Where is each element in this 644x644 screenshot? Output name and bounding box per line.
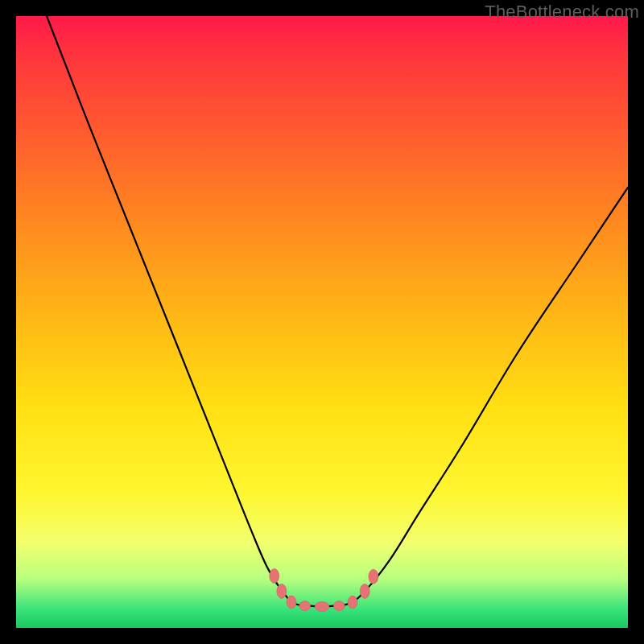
curve-marker [287,596,296,609]
curve-marker [299,601,311,611]
curve-marker [360,584,369,598]
watermark-text: TheBottleneck.com [485,2,639,23]
curve-marker [277,584,287,598]
curve-marker [348,596,357,609]
curve-marker [270,568,279,583]
gradient-plot-area [16,16,628,628]
curve-marker [333,601,345,611]
curve-layer [16,16,628,628]
curve-marker [315,601,329,611]
bottleneck-curve [47,16,628,606]
chart-stage: TheBottleneck.com [0,0,644,644]
marker-group [270,568,378,611]
curve-marker [369,569,378,584]
